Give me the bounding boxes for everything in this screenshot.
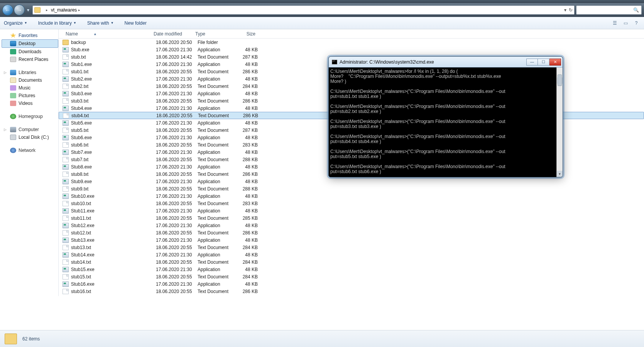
file-type: Text Document: [194, 69, 236, 74]
scroll-down-icon[interactable]: ▼: [557, 171, 563, 177]
downloads-icon: [10, 49, 16, 54]
file-date: 17.06.2020 21:30: [153, 238, 194, 243]
homegroup-icon: [10, 114, 16, 119]
file-name: stub15.txt: [71, 274, 153, 280]
sidebar-computer-header[interactable]: ▷Computer: [2, 126, 58, 133]
file-row[interactable]: Stub15.exe17.06.2020 21:30Application48 …: [59, 266, 644, 273]
cmd-window[interactable]: Administrator: C:\Windows\system32\cmd.e…: [328, 56, 563, 177]
forward-button[interactable]: →: [14, 5, 25, 15]
address-bar[interactable]: ▸ vt_malwares▸ ▾ ↻: [32, 5, 575, 15]
file-date: 18.06.2020 20:55: [153, 259, 194, 265]
cmd-text: C:\Users\Mert\Desktop\vt_malwares>for /l…: [330, 69, 561, 177]
file-type: Text Document: [194, 172, 236, 177]
nav-history-dropdown[interactable]: ▾: [25, 6, 31, 14]
new-folder-button[interactable]: New folder: [125, 20, 147, 26]
help-icon[interactable]: ?: [632, 20, 640, 26]
file-row[interactable]: stub10.txt18.06.2020 20:55Text Document2…: [59, 200, 644, 207]
file-size: 286 KB: [236, 98, 261, 104]
file-date: 17.06.2020 21:30: [153, 47, 194, 52]
include-in-library-button[interactable]: Include in library▼: [38, 20, 76, 26]
file-type: Application: [194, 135, 236, 140]
file-row[interactable]: Stub.exe17.06.2020 21:30Application48 KB: [59, 46, 644, 53]
sidebar-item-recent-places[interactable]: Recent Places: [2, 56, 58, 63]
exe-icon: [63, 194, 69, 199]
sidebar-network-header[interactable]: Network: [2, 147, 58, 154]
scroll-thumb[interactable]: [558, 74, 562, 86]
file-row[interactable]: stub14.txt18.06.2020 20:55Text Document2…: [59, 258, 644, 266]
breadcrumb-folder[interactable]: vt_malwares▸: [49, 6, 82, 14]
back-button[interactable]: ←: [2, 5, 13, 15]
file-type: Text Document: [195, 113, 237, 118]
txt-icon: [63, 98, 69, 104]
cmd-output[interactable]: C:\Users\Mert\Desktop\vt_malwares>for /l…: [329, 67, 563, 177]
file-row[interactable]: Stub9.exe17.06.2020 21:30Application48 K…: [59, 178, 644, 185]
sidebar-item-documents[interactable]: Documents: [2, 76, 58, 84]
col-type[interactable]: Type: [192, 31, 234, 37]
file-row[interactable]: Stub12.exe17.06.2020 21:30Application48 …: [59, 222, 644, 229]
file-name: Stub1.exe: [71, 62, 153, 67]
file-type: Text Document: [194, 128, 236, 133]
refresh-icon[interactable]: ↻: [569, 7, 573, 13]
sidebar-item-local-disk[interactable]: Local Disk (C:): [2, 133, 58, 141]
file-size: 283 KB: [236, 201, 261, 206]
breadcrumb-root[interactable]: ▸: [43, 6, 49, 14]
file-row[interactable]: stub12.txt18.06.2020 20:55Text Document2…: [59, 229, 644, 236]
sidebar-item-pictures[interactable]: Pictures: [2, 92, 58, 99]
view-options-icon[interactable]: ☰: [611, 20, 619, 26]
col-date[interactable]: Date modified: [150, 31, 192, 37]
cmd-titlebar[interactable]: Administrator: C:\Windows\system32\cmd.e…: [329, 57, 563, 67]
sidebar-item-videos[interactable]: Videos: [2, 99, 58, 107]
file-row[interactable]: stub15.txt18.06.2020 20:55Text Document2…: [59, 273, 644, 280]
file-size: 288 KB: [236, 186, 261, 192]
file-row[interactable]: Stub11.exe17.06.2020 21:30Application48 …: [59, 207, 644, 214]
file-type: Text Document: [194, 54, 236, 60]
file-row[interactable]: backup18.06.2020 20:50File folder: [59, 39, 644, 46]
file-row[interactable]: Stub13.exe17.06.2020 21:30Application48 …: [59, 236, 644, 244]
file-row[interactable]: stub13.txt18.06.2020 20:55Text Document2…: [59, 244, 644, 251]
file-size: 286 KB: [236, 172, 261, 177]
file-row[interactable]: stub9.txt18.06.2020 20:55Text Document28…: [59, 185, 644, 192]
minimize-button[interactable]: —: [526, 59, 538, 66]
sidebar-favorites-header[interactable]: Favorites: [2, 32, 58, 39]
pictures-icon: [10, 93, 16, 98]
file-size: 284 KB: [236, 274, 261, 280]
file-row[interactable]: Stub10.exe17.06.2020 21:30Application48 …: [59, 192, 644, 200]
address-dropdown-icon[interactable]: ▾: [564, 7, 566, 13]
txt-icon: [63, 172, 69, 177]
file-row[interactable]: Stub14.exe17.06.2020 21:30Application48 …: [59, 251, 644, 258]
sidebar-item-desktop[interactable]: Desktop: [2, 39, 58, 48]
file-row[interactable]: stub11.txt18.06.2020 20:55Text Document2…: [59, 214, 644, 222]
preview-pane-icon[interactable]: ▭: [622, 20, 629, 26]
include-label: Include in library: [38, 20, 72, 26]
cmd-scrollbar[interactable]: ▲ ▼: [556, 67, 563, 177]
favorites-label: Favorites: [19, 33, 37, 38]
col-name[interactable]: Name▲: [63, 31, 150, 37]
libraries-label: Libraries: [19, 70, 36, 75]
close-button[interactable]: ✕: [549, 59, 561, 66]
search-box[interactable]: 🔍: [576, 5, 642, 15]
sidebar-item-downloads[interactable]: Downloads: [2, 48, 58, 56]
sidebar-item-music[interactable]: Music: [2, 84, 58, 92]
file-date: 18.06.2020 20:55: [153, 84, 194, 89]
exe-icon: [63, 91, 69, 96]
organize-button[interactable]: Organize▼: [4, 20, 27, 26]
share-with-button[interactable]: Share with▼: [87, 20, 114, 26]
file-size: 284 KB: [236, 259, 261, 265]
documents-icon: [10, 77, 16, 83]
col-size[interactable]: Size: [234, 31, 259, 37]
file-name: stub16.txt: [71, 289, 153, 294]
exe-icon: [63, 76, 69, 82]
txt-icon: [63, 128, 69, 133]
sidebar-libraries-header[interactable]: ▷Libraries: [2, 69, 58, 76]
exe-icon: [63, 179, 69, 184]
file-type: Application: [194, 164, 236, 170]
file-type: Text Document: [194, 230, 236, 236]
file-type: Application: [194, 76, 236, 82]
txt-icon: [63, 245, 69, 250]
cmd-title-text: Administrator: C:\Windows\system32\cmd.e…: [340, 59, 434, 65]
maximize-button[interactable]: ☐: [538, 59, 549, 66]
file-size: 286 KB: [236, 69, 261, 74]
file-row[interactable]: stub16.txt18.06.2020 20:55Text Document2…: [59, 288, 644, 295]
sidebar-homegroup-header[interactable]: Homegroup: [2, 113, 58, 120]
file-row[interactable]: Stub16.exe17.06.2020 21:30Application48 …: [59, 280, 644, 288]
